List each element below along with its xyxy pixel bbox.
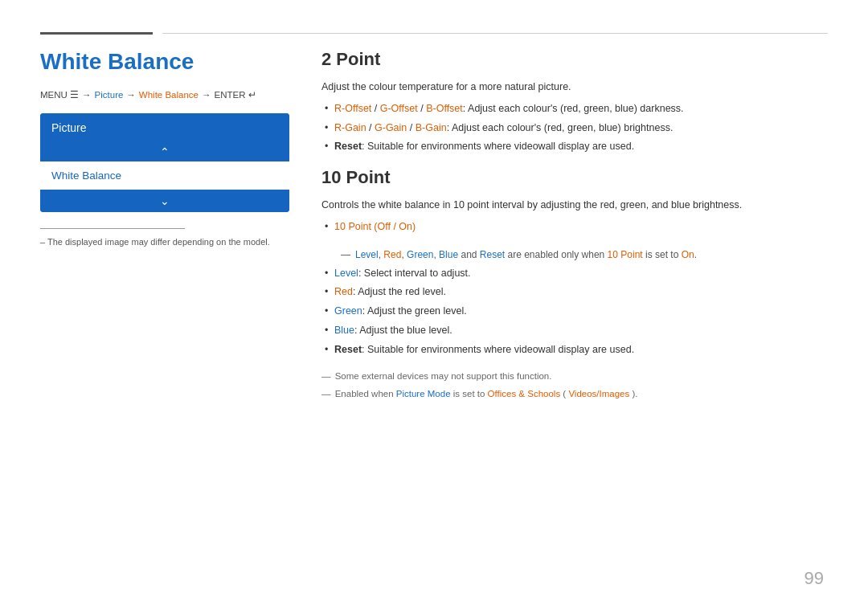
list-item: Red: Adjust the red level. — [321, 284, 828, 300]
two-point-title: 2 Point — [321, 49, 828, 70]
paren-open: ( — [563, 389, 566, 398]
right-column: 2 Point Adjust the colour temperature fo… — [321, 49, 828, 581]
breadcrumb-arrow-3: → — [202, 90, 211, 100]
external-device-note: Some external devices may not support th… — [335, 371, 552, 381]
level-label-note: Level — [355, 249, 379, 260]
breadcrumb-arrow-1: → — [82, 90, 92, 100]
list-item: Green: Adjust the green level. — [321, 304, 828, 319]
green-label: Green — [334, 305, 362, 317]
two-point-desc: Adjust the colour temperature for a more… — [321, 80, 828, 95]
red-label: Red — [334, 286, 353, 297]
divider-line — [40, 228, 185, 229]
red-desc: : Adjust the red level. — [353, 286, 446, 297]
page-number: 99 — [805, 568, 824, 589]
list-item: R-Gain / G-Gain / B-Gain: Adjust each co… — [321, 121, 828, 136]
gain-desc: : Adjust each colour's (red, green, blue… — [447, 122, 674, 133]
blue-label: Blue — [334, 325, 354, 336]
is-set-to-text: is set to — [453, 389, 488, 398]
list-item: Blue: Adjust the blue level. — [321, 323, 828, 338]
menu-arrow-up[interactable]: ⌃ — [40, 142, 289, 161]
and-text: and — [461, 249, 479, 260]
breadcrumb: MENU ☰ → Picture → White Balance → ENTER… — [40, 89, 289, 100]
list-item: 10 Point (Off / On) — [321, 219, 828, 235]
ten-point-list: 10 Point (Off / On) — [321, 219, 828, 235]
line-long — [162, 33, 828, 34]
b-offset-label: B-Offset — [426, 103, 463, 114]
reset-desc-2pt: : Suitable for environments where videow… — [362, 141, 634, 152]
reset-desc-10pt: : Suitable for environments where videow… — [362, 344, 634, 355]
separator: / — [418, 103, 426, 114]
main-content: White Balance MENU ☰ → Picture → White B… — [40, 49, 828, 581]
footer-note-1: — Some external devices may not support … — [321, 370, 828, 383]
breadcrumb-white-balance: White Balance — [139, 90, 199, 100]
two-point-list: R-Offset / G-Offset / B-Offset: Adjust e… — [321, 101, 828, 154]
footer-note-2: — Enabled when Picture Mode is set to Of… — [321, 387, 828, 401]
breadcrumb-menu: MENU ☰ — [40, 89, 79, 100]
reset-label-10pt: Reset — [334, 344, 362, 355]
list-item: Reset: Suitable for environments where v… — [321, 139, 828, 154]
picture-mode-link: Picture Mode — [396, 389, 451, 398]
ten-point-ref: 10 Point — [608, 249, 643, 260]
g-gain-label: G-Gain — [375, 122, 407, 133]
level-label: Level — [334, 268, 358, 279]
ten-point-list-2: Level: Select interval to adjust. Red: A… — [321, 266, 828, 358]
green-label-note: Green — [407, 249, 433, 260]
down-arrow-icon: ⌄ — [160, 194, 170, 207]
menu-arrow-down[interactable]: ⌄ — [40, 190, 289, 212]
ten-point-sub-note: — Level, Red, Green, Blue and Reset are … — [321, 247, 828, 262]
blue-label-note: Blue — [439, 249, 458, 260]
offices-schools-link: Offices & Schools — [488, 389, 561, 398]
videos-images-link: Videos/Images — [568, 389, 629, 398]
menu-header-label: Picture — [51, 121, 87, 134]
b-gain-label: B-Gain — [416, 122, 447, 133]
list-item: Reset: Suitable for environments where v… — [321, 342, 828, 358]
breadcrumb-picture[interactable]: Picture — [95, 90, 124, 100]
model-note: – The displayed image may differ dependi… — [40, 237, 289, 247]
page-title: White Balance — [40, 49, 289, 75]
level-desc: : Select interval to adjust. — [358, 268, 471, 279]
note-period: . — [694, 249, 697, 260]
reset-label-2pt: Reset — [334, 141, 362, 152]
menu-header: Picture — [40, 113, 289, 142]
ten-point-desc: Controls the white balance in 10 point i… — [321, 198, 828, 213]
note-text-1: are enabled only when — [508, 249, 608, 260]
top-decorative-lines — [40, 32, 828, 35]
separator: / — [371, 103, 379, 114]
green-desc: : Adjust the green level. — [362, 305, 467, 317]
dash-1: — — [321, 371, 334, 381]
g-offset-label: G-Offset — [380, 103, 418, 114]
enabled-when-text: Enabled when — [335, 389, 396, 398]
list-item: R-Offset / G-Offset / B-Offset: Adjust e… — [321, 101, 828, 116]
up-arrow-icon: ⌃ — [160, 145, 170, 158]
dash-2: — — [321, 389, 334, 398]
breadcrumb-arrow-2: → — [126, 90, 136, 100]
breadcrumb-enter: ENTER ↵ — [215, 89, 256, 100]
reset-label-note: Reset — [480, 249, 505, 260]
ten-point-toggle: 10 Point (Off / On) — [334, 221, 416, 232]
note-text-2: is set to — [645, 249, 682, 260]
r-offset-label: R-Offset — [334, 103, 371, 114]
ten-point-title: 10 Point — [321, 167, 828, 188]
blue-desc: : Adjust the blue level. — [354, 325, 452, 336]
r-gain-label: R-Gain — [334, 122, 366, 133]
on-ref: On — [682, 249, 694, 260]
line-short — [40, 32, 153, 35]
list-item: Level: Select interval to adjust. — [321, 266, 828, 281]
r-offset-desc: : Adjust each colour's (red, green, blue… — [463, 103, 684, 114]
red-label-note: Red — [383, 249, 401, 260]
left-column: White Balance MENU ☰ → Picture → White B… — [40, 49, 289, 581]
menu-box: Picture ⌃ White Balance ⌄ — [40, 113, 289, 212]
menu-selected-item[interactable]: White Balance — [40, 161, 289, 190]
sub-note-dash: — — [341, 247, 350, 262]
paren-close: ). — [632, 389, 637, 398]
